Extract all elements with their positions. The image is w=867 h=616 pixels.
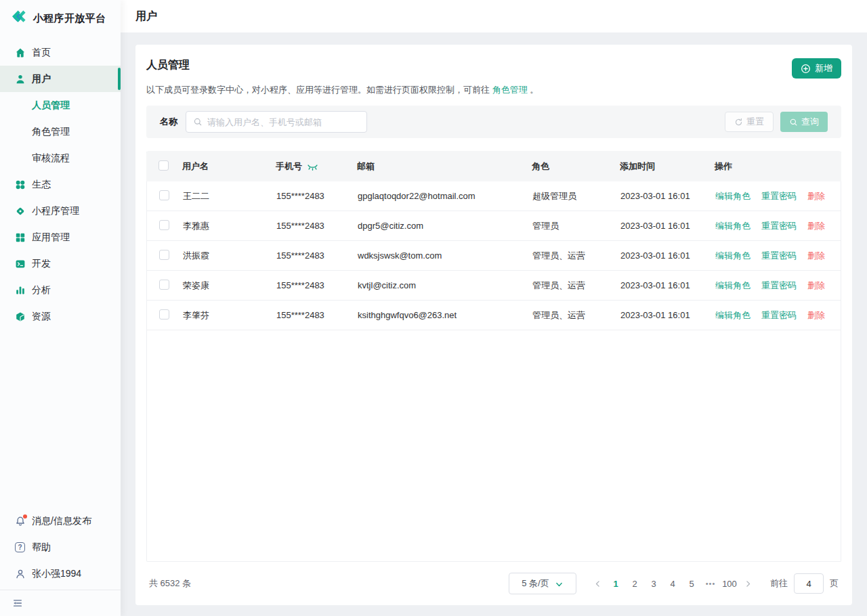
pager-page-5[interactable]: 5 <box>682 579 701 589</box>
refresh-icon <box>734 118 743 127</box>
resource-icon <box>15 311 26 322</box>
page-description: 以下成员可登录数字中心，对小程序、应用等进行管理。如需进行页面权限控制，可前往 … <box>146 84 841 96</box>
pager-page-1[interactable]: 1 <box>606 579 625 589</box>
sidebar-item-app-management[interactable]: 应用管理 <box>0 224 121 250</box>
total-count: 共 6532 条 <box>149 577 191 590</box>
sidebar-item-home[interactable]: 首页 <box>0 39 121 66</box>
plus-circle-icon <box>801 64 811 74</box>
pager-page-100[interactable]: 100 <box>720 579 739 589</box>
sidebar-bottom-menu: 消息/信息发布?帮助张小强1994 <box>0 508 121 587</box>
col-header-role: 角色 <box>532 160 620 173</box>
page-numbers: 12345•••100 <box>606 579 739 589</box>
delete-link[interactable]: 删除 <box>807 190 825 202</box>
reset-button[interactable]: 重置 <box>725 112 774 132</box>
sidebar-item-ecosystem[interactable]: 生态 <box>0 171 121 198</box>
sidebar-item-label: 生态 <box>32 179 51 191</box>
cell-time: 2023-03-01 16:01 <box>620 250 715 261</box>
role-management-link[interactable]: 角色管理 <box>492 85 528 95</box>
col-header-username: 用户名 <box>182 160 276 173</box>
page-size-value: 5 条/页 <box>522 577 549 590</box>
sidebar-item-label: 资源 <box>32 311 51 323</box>
filter-bar: 名称 <box>146 106 841 138</box>
edit-role-link[interactable]: 编辑角色 <box>715 220 750 232</box>
prev-page-button[interactable] <box>589 579 606 588</box>
edit-role-link[interactable]: 编辑角色 <box>715 280 750 292</box>
description-suffix: 。 <box>528 85 539 95</box>
name-search-field[interactable] <box>186 111 367 133</box>
cell-time: 2023-03-01 16:01 <box>620 280 715 290</box>
reset-password-link[interactable]: 重置密码 <box>761 190 797 202</box>
pager-page-4[interactable]: 4 <box>663 579 682 589</box>
dev-icon <box>15 259 26 269</box>
cell-phone: 155****2483 <box>276 280 358 290</box>
pager-page-2[interactable]: 2 <box>625 579 644 589</box>
delete-link[interactable]: 删除 <box>807 280 825 292</box>
edit-role-link[interactable]: 编辑角色 <box>715 250 750 262</box>
user-icon <box>15 74 26 85</box>
reset-password-link[interactable]: 重置密码 <box>761 220 797 232</box>
select-all-checkbox[interactable] <box>158 160 169 171</box>
reset-password-link[interactable]: 重置密码 <box>761 280 797 292</box>
sidebar-item-label: 首页 <box>32 47 51 59</box>
sidebar-item-analytics[interactable]: 分析 <box>0 277 121 303</box>
add-user-button[interactable]: 新增 <box>792 58 841 79</box>
reset-label: 重置 <box>746 116 764 128</box>
sidebar-item-miniprogram-management[interactable]: 小程序管理 <box>0 198 121 224</box>
cell-username: 洪振霞 <box>183 250 276 262</box>
sidebar-item-staff-management[interactable]: 人员管理 <box>0 92 121 118</box>
cell-username: 李肇芬 <box>183 309 276 322</box>
row-checkbox[interactable] <box>159 250 169 260</box>
breadcrumb-title: 用户 <box>135 9 157 24</box>
pager-more[interactable]: ••• <box>701 579 720 588</box>
search-icon <box>193 117 203 127</box>
sidebar-menu: 首页用户人员管理角色管理审核流程生态小程序管理应用管理开发分析资源 <box>0 34 121 330</box>
delete-link[interactable]: 删除 <box>807 250 825 262</box>
delete-link[interactable]: 删除 <box>807 220 825 232</box>
topbar: 用户 <box>121 0 867 32</box>
search-icon <box>789 118 798 127</box>
sidebar-item-label: 用户 <box>32 73 51 85</box>
sidebar-item-label: 张小强1994 <box>32 568 81 580</box>
analytics-icon <box>15 285 26 296</box>
next-page-button[interactable] <box>739 579 757 588</box>
sidebar-item-development[interactable]: 开发 <box>0 250 121 277</box>
cell-role: 管理员、运营 <box>532 250 620 262</box>
row-checkbox[interactable] <box>159 220 169 230</box>
sidebar-item-label: 角色管理 <box>32 126 70 138</box>
edit-role-link[interactable]: 编辑角色 <box>715 309 750 322</box>
reset-password-link[interactable]: 重置密码 <box>761 250 797 262</box>
name-filter-label: 名称 <box>160 116 177 128</box>
cell-username: 李雅惠 <box>183 220 276 232</box>
ecosystem-icon <box>15 179 26 190</box>
pager-page-3[interactable]: 3 <box>644 579 663 589</box>
query-button[interactable]: 查询 <box>780 112 828 132</box>
page-size-select[interactable]: 5 条/页 <box>509 573 576 594</box>
sidebar-item-help[interactable]: ?帮助 <box>0 534 121 560</box>
sidebar-item-users[interactable]: 用户 <box>0 66 121 92</box>
cell-role: 管理员 <box>532 220 620 232</box>
bell-icon <box>15 516 26 527</box>
row-checkbox[interactable] <box>159 280 169 290</box>
account-icon <box>15 569 26 579</box>
reset-password-link[interactable]: 重置密码 <box>761 309 797 322</box>
edit-role-link[interactable]: 编辑角色 <box>715 190 750 202</box>
col-header-phone: 手机号 <box>276 160 357 173</box>
name-search-input[interactable] <box>207 117 360 127</box>
delete-link[interactable]: 删除 <box>807 309 825 322</box>
sidebar-item-resources[interactable]: 资源 <box>0 303 121 330</box>
eye-closed-icon[interactable] <box>307 164 318 171</box>
goto-page-input[interactable] <box>794 573 824 594</box>
app-window: 小程序开放平台 首页用户人员管理角色管理审核流程生态小程序管理应用管理开发分析资… <box>0 0 867 616</box>
sidebar-item-account[interactable]: 张小强1994 <box>0 560 121 587</box>
table-row: 洪振霞 155****2483 wdksjswsk@tom.com 管理员、运营… <box>147 241 841 271</box>
cell-phone: 155****2483 <box>276 191 358 201</box>
sidebar-item-messages[interactable]: 消息/信息发布 <box>0 508 121 534</box>
sidebar-item-role-management[interactable]: 角色管理 <box>0 118 121 145</box>
cell-phone: 155****2483 <box>276 310 358 320</box>
collapse-sidebar-button[interactable] <box>0 590 121 616</box>
sidebar-item-review-flow[interactable]: 审核流程 <box>0 145 121 171</box>
apps-icon <box>15 232 26 243</box>
row-checkbox[interactable] <box>159 309 169 320</box>
row-checkbox[interactable] <box>159 190 169 200</box>
table-header-row: 用户名 手机号 邮箱 角色 添加时间 <box>146 151 841 181</box>
